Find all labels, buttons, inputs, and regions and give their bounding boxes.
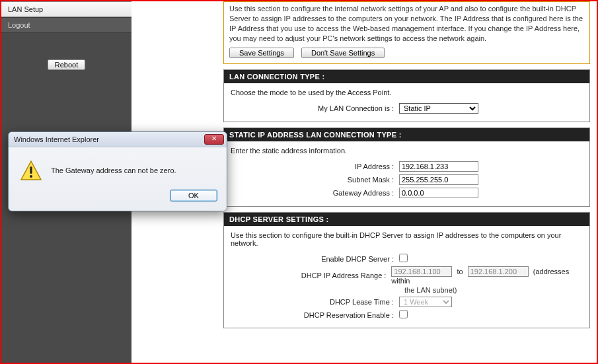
- dhcp-range-start-input[interactable]: [391, 266, 452, 277]
- dhcp-reservation-checkbox[interactable]: [399, 310, 408, 318]
- sidebar-item-logout[interactable]: Logout: [1, 17, 131, 33]
- dhcp-reservation-label: DHCP Reservation Enable :: [231, 311, 399, 319]
- intro-box: Use this section to configure the intern…: [223, 1, 590, 64]
- lan-connection-select[interactable]: Static IP: [399, 103, 478, 114]
- subnet-mask-label: Subnet Mask :: [231, 176, 399, 184]
- section-header: DHCP SERVER SETTINGS :: [224, 213, 589, 226]
- ip-address-input[interactable]: [399, 161, 478, 172]
- warning-icon: [20, 161, 42, 180]
- section-lan-connection-type: LAN CONNECTION TYPE : Choose the mode to…: [223, 69, 590, 122]
- sidebar-item-lan-setup[interactable]: LAN Setup: [1, 1, 131, 17]
- section-desc: Use this section to configure the built-…: [231, 231, 583, 247]
- section-header: STATIC IP ADDRESS LAN CONNECTION TYPE :: [224, 128, 589, 141]
- dialog-close-button[interactable]: ✕: [204, 134, 224, 145]
- enable-dhcp-checkbox[interactable]: [399, 254, 408, 262]
- intro-text: Use this section to configure the intern…: [229, 4, 584, 43]
- enable-dhcp-label: Enable DHCP Server :: [231, 255, 399, 263]
- ip-address-label: IP Address :: [231, 163, 399, 170]
- section-desc: Choose the mode to be used by the Access…: [231, 89, 583, 96]
- dont-save-settings-button[interactable]: Don't Save Settings: [301, 48, 385, 58]
- section-desc: Enter the static address information.: [231, 147, 583, 155]
- section-static-ip: STATIC IP ADDRESS LAN CONNECTION TYPE : …: [223, 127, 590, 207]
- svg-rect-1: [30, 166, 32, 174]
- alert-dialog: Windows Internet Explorer ✕ The Gateway …: [8, 131, 227, 211]
- dialog-message: The Gateway address can not be zero.: [51, 166, 176, 174]
- dialog-titlebar: Windows Internet Explorer ✕: [9, 132, 227, 147]
- dialog-ok-button[interactable]: OK: [170, 190, 217, 201]
- main-content: Use this section to configure the intern…: [223, 1, 597, 363]
- sidebar-item-label: Logout: [8, 21, 30, 29]
- save-settings-button[interactable]: Save Settings: [229, 48, 294, 58]
- close-icon: ✕: [211, 135, 217, 142]
- reboot-button[interactable]: Reboot: [48, 59, 85, 70]
- dhcp-range-label: DHCP IP Address Range :: [231, 272, 391, 279]
- lan-connection-label: My LAN Connection is :: [231, 104, 399, 112]
- range-to-text: to: [457, 268, 463, 275]
- gateway-address-label: Gateway Address :: [231, 189, 399, 197]
- dialog-title: Windows Internet Explorer: [14, 135, 99, 143]
- subnet-mask-input[interactable]: [399, 174, 478, 185]
- dhcp-lease-label: DHCP Lease Time :: [231, 298, 399, 306]
- gateway-address-input[interactable]: [399, 188, 478, 198]
- sidebar-item-label: LAN Setup: [8, 5, 43, 13]
- section-header: LAN CONNECTION TYPE :: [224, 70, 589, 83]
- svg-point-2: [30, 175, 32, 178]
- dhcp-lease-select[interactable]: 1 Week: [399, 297, 452, 307]
- range-suffix2-text: the LAN subnet): [231, 286, 583, 294]
- section-dhcp-settings: DHCP SERVER SETTINGS : Use this section …: [223, 212, 590, 328]
- dhcp-range-end-input[interactable]: [468, 266, 529, 277]
